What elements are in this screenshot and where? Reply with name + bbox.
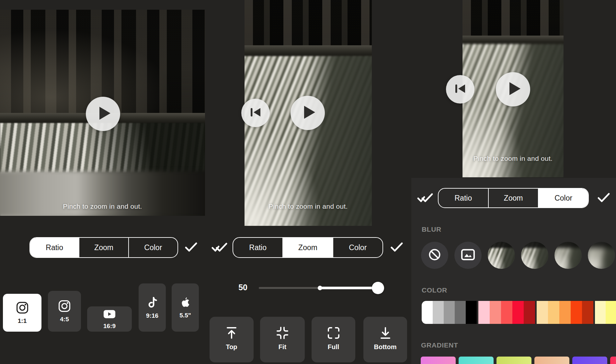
tab-zoom[interactable]: Zoom	[282, 238, 332, 257]
blur-amount-option-2[interactable]	[521, 242, 548, 269]
pinch-hint: Pinch to zoom in and out.	[462, 155, 564, 162]
gradient-swatch-4[interactable]	[534, 357, 569, 364]
color-swatch-ffc9d4[interactable]	[478, 301, 490, 324]
image-icon	[461, 249, 475, 262]
aspect-ratio-label: 16:9	[103, 323, 116, 330]
tab-ratio[interactable]: Ratio	[30, 238, 79, 257]
confirm-button[interactable]	[390, 242, 403, 254]
confirm-button[interactable]	[597, 192, 610, 204]
color-swatch-f8420e[interactable]	[571, 301, 582, 324]
no-blur-icon	[428, 248, 442, 263]
slider-center-marker	[318, 286, 322, 290]
gradient-swatch-6[interactable]	[610, 357, 616, 364]
pinch-hint: Pinch to zoom in and out.	[0, 203, 205, 210]
fit-icon	[275, 325, 290, 341]
color-swatch-6c6c6c[interactable]	[455, 301, 466, 324]
gradient-swatch-3[interactable]	[496, 357, 531, 364]
tab-bar-zoom-panel: RatioZoomColor	[233, 237, 383, 258]
blurred-frame-thumbnail	[521, 242, 548, 269]
no-blur-option[interactable]	[421, 242, 448, 269]
check-icon	[390, 242, 403, 254]
aspect-ratio-option-916[interactable]: 9:16	[139, 283, 166, 332]
fit-position-button[interactable]: Fit	[260, 317, 305, 362]
color-swatch-ffffff[interactable]	[422, 301, 433, 324]
gradient-swatch-5[interactable]	[572, 357, 607, 364]
color-swatch-fb9a47[interactable]	[559, 301, 571, 324]
slider-track[interactable]	[259, 287, 320, 289]
color-swatch-fb5252[interactable]	[501, 301, 512, 324]
top-position-button[interactable]: Top	[210, 317, 254, 362]
tab-color[interactable]: Color	[128, 238, 177, 257]
aspect-ratio-option-45[interactable]: 4:5	[48, 291, 81, 332]
tab-zoom[interactable]: Zoom	[79, 238, 128, 257]
skip-back-button[interactable]	[446, 75, 474, 104]
color-swatch-f70f35[interactable]	[512, 301, 524, 324]
apply-to-all-button[interactable]	[417, 192, 434, 205]
blur-amount-option-3[interactable]	[554, 242, 582, 269]
color-swatch-fb8e84[interactable]	[490, 301, 501, 324]
video-frame-art	[0, 123, 205, 177]
color-swatch-9b9b9b[interactable]	[444, 301, 455, 324]
fullscreen-icon	[326, 325, 341, 341]
color-swatch-row	[422, 301, 616, 324]
gradient-swatch-2[interactable]	[459, 357, 494, 364]
color-swatch-fcca78[interactable]	[548, 301, 559, 324]
play-button[interactable]	[86, 97, 120, 131]
tab-zoom[interactable]: Zoom	[488, 189, 538, 207]
tab-ratio[interactable]: Ratio	[439, 189, 488, 207]
position-button-label: Top	[226, 343, 237, 351]
blurred-frame-thumbnail	[588, 242, 615, 269]
color-swatch-group	[595, 301, 616, 324]
full-position-button[interactable]: Full	[312, 317, 355, 362]
color-swatch-fcf97f[interactable]	[606, 301, 616, 324]
instagram-icon	[16, 301, 29, 315]
blur-amount-option-1[interactable]	[488, 242, 515, 269]
aspect-ratio-option-5.5[interactable]: 5.5"	[172, 283, 199, 332]
image-background-option[interactable]	[454, 242, 482, 269]
gradient-section-label: GRADIENT	[421, 341, 458, 349]
position-button-label: Full	[328, 343, 339, 351]
skip-back-icon	[454, 83, 466, 95]
confirm-button[interactable]	[185, 242, 198, 254]
slider-thumb[interactable]	[372, 282, 384, 294]
check-icon	[597, 192, 610, 204]
blurred-frame-thumbnail	[488, 242, 515, 269]
aspect-ratio-label: 5.5"	[179, 312, 191, 319]
tab-color[interactable]: Color	[333, 238, 382, 257]
color-swatch-fcdfa6[interactable]	[537, 301, 548, 324]
skip-back-button[interactable]	[241, 99, 270, 127]
slider-fill	[320, 287, 378, 289]
color-swatch-ae1619[interactable]	[524, 301, 535, 324]
position-button-label: Bottom	[374, 343, 397, 351]
color-swatch-bc2c0d[interactable]	[582, 301, 593, 324]
video-frame-art	[245, 56, 372, 226]
bottom-position-button[interactable]: Bottom	[363, 317, 407, 362]
apple-icon	[180, 296, 190, 310]
instagram-icon	[58, 300, 71, 314]
blur-amount-option-4[interactable]	[588, 242, 615, 269]
apply-to-all-button[interactable]	[211, 241, 228, 255]
blurred-frame-thumbnail	[554, 242, 582, 269]
check-icon	[185, 242, 198, 254]
zoom-slider[interactable]	[259, 282, 378, 293]
play-button[interactable]	[496, 72, 530, 106]
skip-back-icon	[250, 107, 261, 119]
tab-bar-color-panel: RatioZoomColor	[438, 188, 589, 208]
video-editor-stage: Pinch to zoom in and out. Pinch to zoom …	[0, 0, 616, 364]
play-button[interactable]	[291, 96, 325, 130]
pinch-hint: Pinch to zoom in and out.	[245, 203, 372, 210]
tab-color[interactable]: Color	[538, 189, 588, 207]
aspect-ratio-option-11[interactable]: 1:1	[3, 294, 41, 332]
color-swatch-000000[interactable]	[466, 301, 477, 324]
blur-section-label: BLUR	[422, 226, 441, 233]
gradient-swatch-1[interactable]	[421, 357, 456, 364]
align-top-icon	[224, 325, 239, 341]
aspect-ratio-option-169[interactable]: 16:9	[87, 306, 132, 332]
color-swatch-c7c7c7[interactable]	[433, 301, 444, 324]
youtube-icon	[103, 310, 116, 319]
color-swatch-fdf7bc[interactable]	[595, 301, 606, 324]
double-check-icon	[417, 192, 434, 205]
double-check-icon	[211, 241, 228, 255]
color-swatch-group	[478, 301, 535, 324]
tab-ratio[interactable]: Ratio	[233, 238, 282, 257]
